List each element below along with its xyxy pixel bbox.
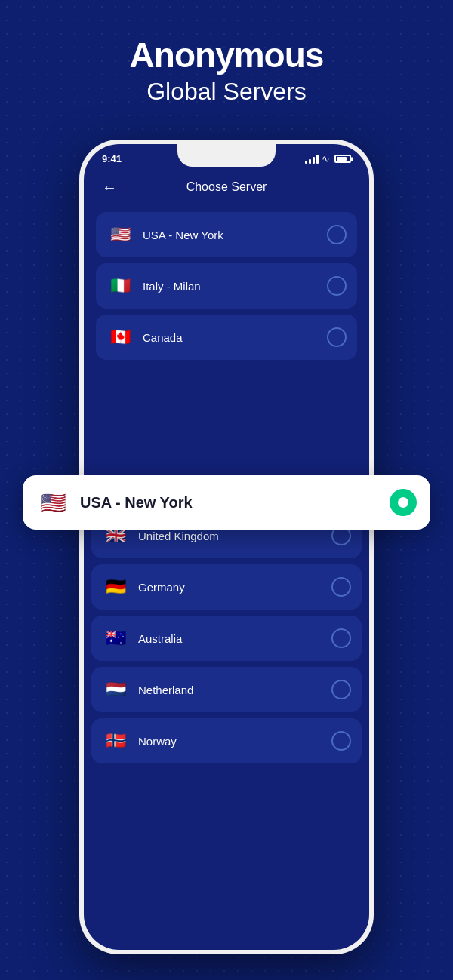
header-title: Anonymous xyxy=(0,36,453,75)
server-item-left: 🇳🇴 Norway xyxy=(102,727,177,754)
server-item-name: Canada xyxy=(143,331,183,344)
server-item-left: 🇮🇹 Italy - Milan xyxy=(106,272,201,300)
battery-fill xyxy=(337,157,347,161)
signal-bars-icon xyxy=(305,155,319,164)
server-item-name: Australia xyxy=(138,632,182,645)
flag-icon: 🇳🇱 xyxy=(102,676,129,703)
nav-title: Choose Server xyxy=(186,180,267,194)
wifi-icon: ∿ xyxy=(322,153,330,164)
server-item[interactable]: 🇮🇹 Italy - Milan xyxy=(96,263,357,309)
selected-flag: 🇺🇸 xyxy=(36,486,69,519)
screen-nav: ← Choose Server xyxy=(84,180,369,194)
selected-server-row[interactable]: 🇺🇸 USA - New York xyxy=(23,475,430,530)
notch xyxy=(177,144,276,167)
selected-row-left: 🇺🇸 USA - New York xyxy=(36,486,193,519)
selected-row-name: USA - New York xyxy=(80,494,193,512)
header-area: Anonymous Global Servers xyxy=(0,0,453,121)
server-item-name: Norway xyxy=(138,735,177,748)
server-item-name: USA - New York xyxy=(143,229,223,241)
server-item-left: 🇺🇸 USA - New York xyxy=(106,221,223,248)
server-item[interactable]: 🇺🇸 USA - New York xyxy=(96,212,357,257)
signal-bar-1 xyxy=(305,161,307,164)
status-time: 9:41 xyxy=(102,153,122,164)
status-icons: ∿ xyxy=(305,153,351,164)
radio-button[interactable] xyxy=(331,577,351,597)
back-button[interactable]: ← xyxy=(102,179,117,196)
flag-icon: 🇨🇦 xyxy=(106,324,134,351)
server-item[interactable]: 🇩🇪 Germany xyxy=(91,564,362,610)
server-item-name: Germany xyxy=(138,581,185,594)
server-list: 🇺🇸 USA - New York 🇮🇹 Italy - Milan 🇨🇦 Ca… xyxy=(84,212,369,360)
server-list-outer: 🇬🇧 United Kingdom 🇩🇪 Germany 🇦🇺 Australi… xyxy=(79,513,374,763)
server-item-name: Italy - Milan xyxy=(143,280,201,293)
radio-button[interactable] xyxy=(327,225,347,244)
radio-button[interactable] xyxy=(331,628,351,648)
signal-bar-4 xyxy=(316,155,319,164)
flag-icon: 🇦🇺 xyxy=(102,625,129,652)
radio-button[interactable] xyxy=(331,680,351,699)
toggle-selected-icon[interactable] xyxy=(390,489,417,516)
flag-icon: 🇮🇹 xyxy=(106,272,134,300)
server-item-left: 🇨🇦 Canada xyxy=(106,324,183,351)
server-item[interactable]: 🇨🇦 Canada xyxy=(96,315,357,360)
server-item[interactable]: 🇳🇴 Norway xyxy=(91,718,362,763)
signal-bar-2 xyxy=(309,159,311,164)
server-item-left: 🇳🇱 Netherland xyxy=(102,676,193,703)
server-item-left: 🇦🇺 Australia xyxy=(102,625,182,652)
radio-button[interactable] xyxy=(327,276,347,296)
toggle-dot xyxy=(398,497,408,508)
server-item[interactable]: 🇦🇺 Australia xyxy=(91,616,362,661)
flag-icon: 🇺🇸 xyxy=(106,221,134,248)
radio-button[interactable] xyxy=(327,327,347,347)
flag-icon: 🇳🇴 xyxy=(102,727,129,754)
server-item-name: United Kingdom xyxy=(138,530,219,542)
server-item[interactable]: 🇳🇱 Netherland xyxy=(91,667,362,712)
signal-bar-3 xyxy=(313,157,315,164)
flag-icon: 🇩🇪 xyxy=(102,573,129,601)
server-item-left: 🇩🇪 Germany xyxy=(102,573,185,601)
radio-button[interactable] xyxy=(331,731,351,751)
header-subtitle: Global Servers xyxy=(0,78,453,106)
battery-icon xyxy=(334,155,351,163)
server-item-name: Netherland xyxy=(138,684,193,696)
